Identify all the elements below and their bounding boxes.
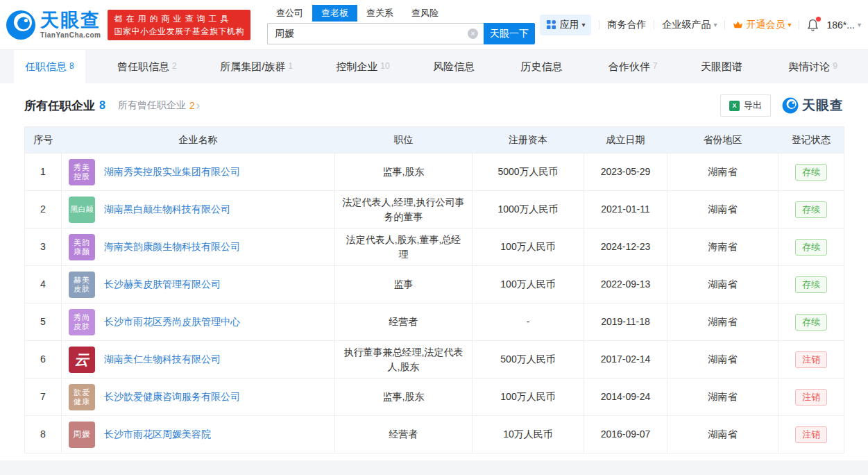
brand-slogan: 都在用的商业查询工具 国家中小企业发展子基金旗下机构 bbox=[108, 10, 250, 40]
cell-position: 执行董事兼总经理,法定代表人,股东 bbox=[335, 341, 473, 378]
company-link[interactable]: 长沙歆爱健康咨询服务有限公司 bbox=[104, 390, 240, 404]
chevron-right-icon: › bbox=[196, 100, 200, 111]
company-logo-text: 歆爱 bbox=[74, 388, 90, 397]
tab-group-cluster[interactable]: 所属集团/族群1 bbox=[209, 50, 304, 83]
divider bbox=[599, 20, 599, 29]
chevron-down-icon: ▾ bbox=[858, 21, 861, 28]
table-header-row: 序号 企业名称 职位 注册资本 成立日期 省份地区 登记状态 bbox=[25, 127, 844, 153]
logo-title: 天眼查 bbox=[40, 11, 101, 30]
company-logo[interactable]: 秀尚皮肤 bbox=[69, 309, 95, 335]
cell-company: 美韵康颜海南美韵康颜生物科技有限公司 bbox=[62, 228, 335, 266]
cell-company: 周媛长沙市雨花区周媛美容院 bbox=[62, 416, 335, 453]
apps-menu[interactable]: 应用 ▾ bbox=[540, 15, 591, 35]
company-link[interactable]: 湖南美仁生物科技有限公司 bbox=[104, 352, 221, 367]
tab-label: 所属集团/族群 bbox=[220, 60, 285, 74]
search-tabs: 查公司 查老板 查关系 查风险 bbox=[267, 5, 535, 22]
former-companies-link[interactable]: 所有曾任职企业 2 › bbox=[118, 99, 200, 112]
company-logo[interactable]: 周媛 bbox=[69, 422, 95, 448]
export-button[interactable]: X 导出 bbox=[720, 94, 771, 117]
col-header-company: 企业名称 bbox=[62, 127, 335, 153]
search-tab-company[interactable]: 查公司 bbox=[267, 5, 312, 22]
tab-risk-info[interactable]: 风险信息 bbox=[422, 50, 488, 83]
search-tab-boss[interactable]: 查老板 bbox=[312, 5, 357, 22]
cell-index: 5 bbox=[25, 303, 62, 341]
col-header-index: 序号 bbox=[25, 127, 62, 153]
company-logo-text: 皮肤 bbox=[74, 285, 90, 294]
col-header-date: 成立日期 bbox=[584, 127, 667, 153]
status-badge: 注销 bbox=[795, 426, 827, 443]
table-row: 6云湖南美仁生物科技有限公司执行董事兼总经理,法定代表人,股东500万人民币20… bbox=[25, 341, 844, 378]
company-link[interactable]: 长沙市雨花区秀尚皮肤管理中心 bbox=[104, 315, 240, 329]
status-badge: 存续 bbox=[795, 164, 827, 181]
enterprise-products-menu[interactable]: 企业级产品 ▾ bbox=[662, 19, 717, 31]
company-logo[interactable]: 黑白颠 bbox=[69, 197, 95, 223]
clear-icon[interactable]: × bbox=[468, 28, 478, 39]
company-logo[interactable]: 美韵康颜 bbox=[69, 234, 95, 260]
cell-province: 湖南省 bbox=[667, 191, 778, 228]
business-label: 商务合作 bbox=[607, 19, 646, 31]
tab-controlled-companies[interactable]: 控制企业10 bbox=[325, 50, 400, 83]
company-link[interactable]: 长沙赫美皮肤管理有限公司 bbox=[104, 277, 221, 292]
business-cooperation-link[interactable]: 商务合作 bbox=[607, 19, 646, 31]
watermark-text: 天眼查 bbox=[802, 97, 844, 115]
company-link[interactable]: 湖南黑白颠生物科技有限公司 bbox=[104, 202, 230, 217]
company-logo-text: 皮肤 bbox=[74, 322, 90, 331]
cell-position: 法定代表人,股东,董事,总经理 bbox=[335, 228, 473, 266]
company-logo[interactable]: 云 bbox=[69, 347, 95, 373]
tab-count: 8 bbox=[69, 61, 74, 71]
tab-count: 2 bbox=[172, 61, 177, 71]
former-companies-count: 2 bbox=[189, 100, 195, 111]
company-logo-text: 康颜 bbox=[74, 247, 90, 256]
company-logo[interactable]: 歆爱健康 bbox=[69, 384, 95, 410]
cell-company: 秀美控股湖南秀美控股实业集团有限公司 bbox=[62, 153, 335, 191]
tab-partners[interactable]: 合作伙伴7 bbox=[597, 50, 669, 83]
tab-label: 控制企业 bbox=[336, 60, 377, 74]
cell-status: 注销 bbox=[778, 341, 844, 378]
cell-province: 湖南省 bbox=[667, 303, 778, 341]
vip-membership-menu[interactable]: 开通会员 ▾ bbox=[733, 19, 791, 31]
tab-former-positions[interactable]: 曾任职信息2 bbox=[106, 50, 188, 83]
tianyancha-logo[interactable]: 天眼查 TianYanCha.com bbox=[6, 10, 101, 40]
company-logo-text: 美韵 bbox=[74, 238, 90, 247]
account-menu[interactable]: 186*... ▾ bbox=[826, 19, 861, 31]
tab-current-positions[interactable]: 任职信息8 bbox=[14, 50, 85, 83]
cell-status: 注销 bbox=[778, 416, 844, 453]
tab-label: 合作伙伴 bbox=[609, 60, 650, 74]
tab-public-opinion[interactable]: 舆情讨论9 bbox=[777, 50, 849, 83]
search-input[interactable] bbox=[267, 23, 484, 44]
apps-grid-icon bbox=[546, 19, 556, 30]
slogan-line1: 都在用的商业查询工具 bbox=[114, 12, 244, 25]
slogan-line2: 国家中小企业发展子基金旗下机构 bbox=[114, 25, 244, 38]
cell-province: 湖南省 bbox=[667, 341, 778, 378]
company-logo[interactable]: 秀美控股 bbox=[69, 159, 95, 185]
company-link[interactable]: 湖南秀美控股实业集团有限公司 bbox=[104, 165, 240, 179]
cell-index: 7 bbox=[25, 378, 62, 416]
search-button[interactable]: 天眼一下 bbox=[484, 23, 535, 44]
company-link[interactable]: 海南美韵康颜生物科技有限公司 bbox=[104, 240, 240, 254]
company-link[interactable]: 长沙市雨花区周媛美容院 bbox=[104, 427, 211, 442]
watermark-logo: 天眼查 bbox=[782, 97, 844, 115]
cell-capital: 100万人民币 bbox=[473, 378, 584, 416]
cell-position: 经营者 bbox=[335, 303, 473, 341]
cell-status: 存续 bbox=[778, 303, 844, 341]
table-row: 3美韵康颜海南美韵康颜生物科技有限公司法定代表人,股东,董事,总经理100万人民… bbox=[25, 228, 844, 266]
table-row: 1秀美控股湖南秀美控股实业集团有限公司监事,股东5000万人民币2023-05-… bbox=[25, 153, 844, 191]
search-tab-relation[interactable]: 查关系 bbox=[357, 5, 402, 22]
search-tab-risk[interactable]: 查风险 bbox=[402, 5, 448, 22]
cell-index: 3 bbox=[25, 228, 62, 266]
divider bbox=[799, 20, 799, 29]
status-badge: 存续 bbox=[795, 314, 827, 331]
notifications-button[interactable] bbox=[807, 19, 819, 31]
table-row: 4赫美皮肤长沙赫美皮肤管理有限公司监事100万人民币2022-09-13湖南省存… bbox=[25, 266, 844, 303]
chevron-down-icon: ▾ bbox=[713, 21, 717, 28]
tab-history-info[interactable]: 历史信息 bbox=[509, 50, 576, 83]
table-row: 7歆爱健康长沙歆爱健康咨询服务有限公司监事,股东100万人民币2014-09-2… bbox=[25, 378, 844, 416]
company-logo[interactable]: 赫美皮肤 bbox=[69, 272, 95, 298]
chevron-down-icon: ▾ bbox=[581, 21, 585, 28]
tab-graph[interactable]: 天眼图谱 bbox=[690, 50, 756, 83]
cell-capital: 1000万人民币 bbox=[473, 191, 584, 228]
cell-province: 湖南省 bbox=[667, 416, 778, 453]
table-row: 5秀尚皮肤长沙市雨花区秀尚皮肤管理中心经营者-2019-11-18湖南省存续 bbox=[25, 303, 844, 341]
table-row: 8周媛长沙市雨花区周媛美容院经营者10万人民币2016-09-07湖南省注销 bbox=[25, 416, 844, 453]
notification-dot bbox=[816, 17, 821, 22]
